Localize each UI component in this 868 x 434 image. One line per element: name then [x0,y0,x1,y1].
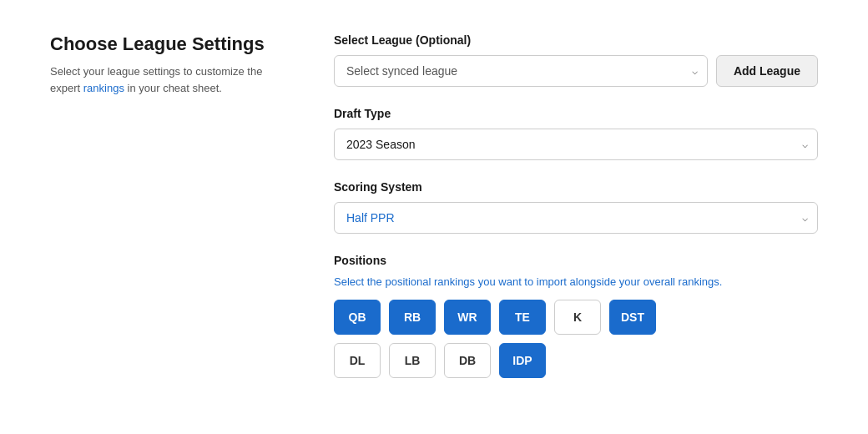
position-button-te[interactable]: TE [499,300,546,335]
scoring-system-dropdown[interactable]: Half PPR [334,202,818,234]
draft-type-dropdown[interactable]: 2023 Season [334,129,818,160]
draft-type-group: Draft Type 2023 Season ⌵ [334,107,818,160]
select-league-label: Select League (Optional) [334,33,818,47]
select-league-row: Select synced league ⌵ Add League [334,55,818,87]
select-league-wrapper: Select synced league ⌵ [334,55,708,87]
left-panel: Choose League Settings Select your leagu… [50,33,284,398]
positions-label: Positions [334,254,818,267]
positions-grid: QB RB WR TE K DST DL LB DB IDP [334,300,818,378]
main-layout: Choose League Settings Select your leagu… [50,33,818,398]
position-button-k[interactable]: K [554,300,601,335]
right-panel: Select League (Optional) Select synced l… [334,33,818,398]
positions-description: Select the positional rankings you want … [334,275,818,288]
draft-type-label: Draft Type [334,107,818,120]
position-button-wr[interactable]: WR [444,300,491,335]
position-button-dst[interactable]: DST [609,300,656,335]
scoring-system-group: Scoring System Half PPR ⌵ [334,180,818,234]
page-description: Select your league settings to customize… [50,63,284,96]
position-button-qb[interactable]: QB [334,300,381,335]
position-button-dl[interactable]: DL [334,343,381,378]
position-button-db[interactable]: DB [444,343,491,378]
add-league-button[interactable]: Add League [716,55,818,87]
draft-type-wrapper: 2023 Season ⌵ [334,129,818,160]
select-league-dropdown[interactable]: Select synced league [334,55,708,87]
rankings-link: rankings [83,82,124,94]
position-button-lb[interactable]: LB [389,343,436,378]
positions-group: Positions Select the positional rankings… [334,254,818,378]
page-title: Choose League Settings [50,33,284,55]
scoring-system-label: Scoring System [334,180,818,194]
select-league-group: Select League (Optional) Select synced l… [334,33,818,87]
position-button-idp[interactable]: IDP [499,343,546,378]
positions-row-1: QB RB WR TE K DST [334,300,818,335]
positions-row-2: DL LB DB IDP [334,343,818,378]
position-button-rb[interactable]: RB [389,300,436,335]
scoring-system-wrapper: Half PPR ⌵ [334,202,818,234]
